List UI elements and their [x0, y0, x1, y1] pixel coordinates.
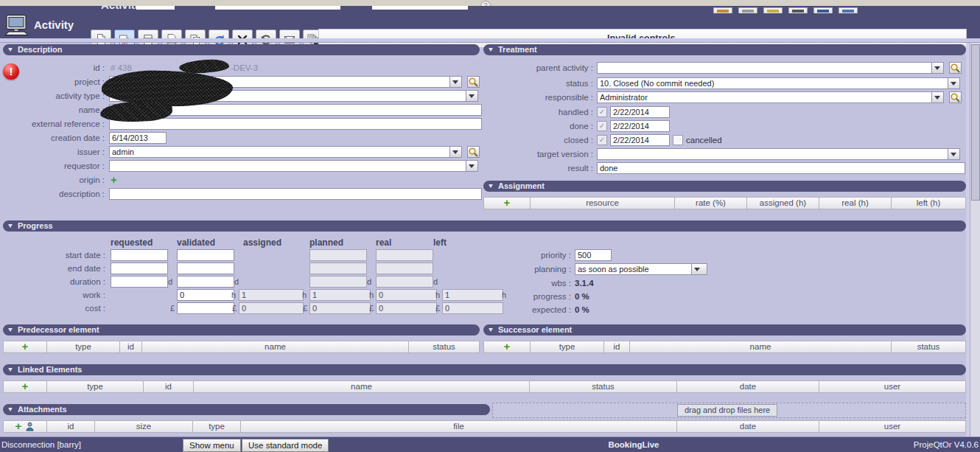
column-header-size: size	[95, 420, 193, 433]
cost-planned-input: 0	[309, 302, 371, 314]
collapse-icon	[8, 328, 13, 332]
target-version-dropdown-icon[interactable]	[948, 148, 960, 160]
collapse-icon	[8, 368, 13, 372]
id-label: id :	[0, 62, 105, 74]
creation-date-input[interactable]: 6/14/2013	[109, 132, 167, 144]
add-attachment-icon[interactable]: +	[15, 420, 22, 432]
external-reference-input[interactable]	[109, 118, 482, 130]
result-label: result :	[442, 162, 593, 174]
responsible-search-icon[interactable]	[949, 91, 962, 103]
help-icon[interactable]: ?	[480, 1, 491, 6]
add-successor-icon[interactable]: +	[504, 341, 511, 352]
clipped-toolbar-button	[788, 7, 808, 13]
show-menu-button[interactable]: Show menu	[183, 439, 241, 452]
closed-date-input[interactable]: 2/22/2014	[610, 134, 670, 146]
start-date-label: start date :	[0, 249, 105, 261]
section-header-linked-elements[interactable]: Linked Elements	[3, 364, 966, 375]
column-header-user: user	[819, 420, 966, 433]
attach-user-icon[interactable]	[25, 422, 35, 431]
planning-select[interactable]: as soon as possible	[575, 263, 693, 275]
end-date-requested-input[interactable]	[111, 262, 168, 274]
add-linked-icon[interactable]: +	[22, 380, 29, 392]
issuer-input[interactable]: admin	[109, 146, 452, 158]
column-header-rate: rate (%)	[675, 197, 747, 209]
done-label: done :	[442, 120, 593, 132]
section-header-assignment[interactable]: Assignment	[483, 181, 966, 192]
add-successor-cell[interactable]: +	[483, 341, 531, 353]
id-code-value: -DEV-3	[231, 62, 258, 74]
add-assignment-cell[interactable]: +	[483, 197, 531, 209]
add-predecessor-cell[interactable]: +	[3, 341, 47, 353]
scrollbar-thumb[interactable]	[971, 44, 980, 201]
section-header-treatment[interactable]: Treatment	[483, 44, 966, 55]
column-header-type: type	[531, 341, 604, 353]
target-version-input[interactable]	[597, 148, 951, 160]
status-dropdown-icon[interactable]	[948, 77, 960, 89]
workstation-icon	[2, 15, 30, 37]
done-date-input[interactable]: 2/22/2014	[610, 120, 670, 132]
unit-hour: h	[302, 289, 307, 301]
disconnection-link[interactable]: Disconnection [barry]	[1, 437, 81, 452]
window-title-bar: Activities	[0, 6, 980, 13]
collapse-icon	[8, 408, 13, 411]
start-date-validated-input[interactable]	[177, 249, 234, 261]
vertical-scrollbar[interactable]	[970, 43, 980, 437]
description-label: description :	[0, 188, 105, 200]
add-origin-icon[interactable]: +	[111, 175, 117, 184]
attachments-dropzone[interactable]: drag and drop files here	[492, 403, 966, 418]
main-toolbar: Activity PDF Invalid cont	[0, 13, 980, 38]
unit-currency: £	[232, 302, 237, 314]
activity-type-label: activity type :	[0, 90, 105, 102]
parent-activity-search-icon[interactable]	[949, 62, 962, 74]
unit-hour: h	[435, 289, 440, 301]
duration-validated-input[interactable]	[177, 276, 234, 288]
end-date-validated-input[interactable]	[177, 262, 234, 274]
responsible-input[interactable]: Administrator	[597, 91, 934, 103]
add-assignment-icon[interactable]: +	[504, 197, 511, 209]
creation-date-label: creation date :	[0, 132, 105, 144]
section-header-successor[interactable]: Successor element	[483, 324, 966, 335]
responsible-dropdown-icon[interactable]	[931, 91, 944, 103]
requestor-input[interactable]	[109, 160, 469, 172]
toolbar-divider	[0, 38, 980, 43]
successor-table-header: + type id name status	[483, 341, 966, 353]
description-input[interactable]	[109, 188, 482, 200]
cost-validated-input[interactable]	[177, 302, 234, 314]
section-header-progress[interactable]: Progress	[3, 220, 966, 232]
status-input[interactable]: 10. Closed (No commit needed)	[597, 77, 951, 89]
column-header-name: name	[194, 380, 530, 393]
unit-currency: £	[435, 302, 440, 314]
parent-activity-input[interactable]	[597, 62, 934, 74]
closed-label: closed :	[442, 134, 593, 146]
parent-activity-label: parent activity :	[442, 62, 593, 74]
section-title: Linked Elements	[18, 365, 82, 374]
add-attachment-cell[interactable]: +	[3, 420, 47, 433]
cost-real-input: 0	[376, 302, 437, 314]
projeqtor-activity-screen: ? Activities Activity PDF	[0, 0, 980, 452]
clipped-field-fragment	[372, 6, 468, 10]
cost-label: cost :	[0, 302, 105, 314]
column-header-real: real (h)	[819, 197, 892, 209]
section-header-attachments[interactable]: Attachments	[3, 404, 490, 415]
handled-date-input[interactable]: 2/22/2014	[610, 106, 670, 118]
result-input[interactable]: done	[597, 162, 965, 174]
add-predecessor-icon[interactable]: +	[22, 341, 29, 352]
progress-col-assigned: assigned	[243, 237, 281, 248]
column-header-id: id	[144, 380, 194, 393]
planning-dropdown-icon[interactable]	[691, 263, 707, 275]
use-standard-mode-button[interactable]: Use standard mode	[242, 439, 329, 452]
column-header-user: user	[819, 380, 966, 393]
section-header-description[interactable]: Description	[3, 44, 480, 55]
handled-checkbox: ✓	[597, 107, 607, 117]
progress-col-real: real	[376, 237, 391, 248]
cancelled-checkbox[interactable]	[673, 135, 683, 145]
collapse-icon	[489, 328, 493, 332]
section-header-predecessor[interactable]: Predecessor element	[3, 324, 480, 335]
parent-activity-dropdown-icon[interactable]	[931, 62, 944, 74]
add-linked-cell[interactable]: +	[3, 380, 47, 393]
priority-input[interactable]: 500	[575, 249, 612, 261]
start-date-requested-input[interactable]	[111, 249, 168, 261]
duration-requested-input[interactable]	[111, 276, 168, 288]
work-validated-input[interactable]: 0	[177, 289, 234, 301]
unit-currency: £	[170, 302, 175, 314]
